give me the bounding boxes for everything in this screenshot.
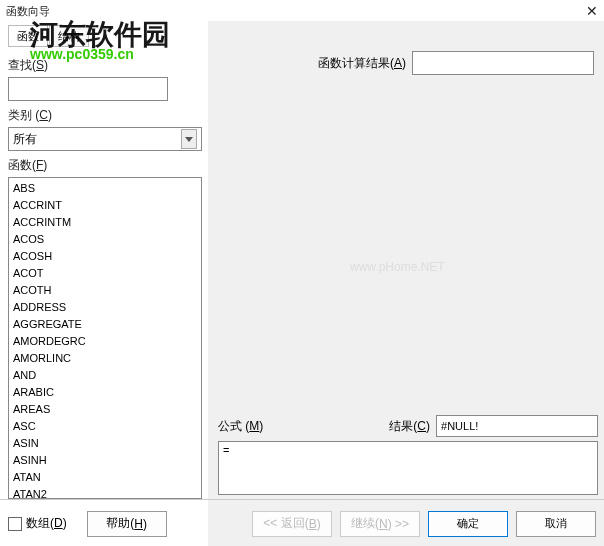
main-panel: 函数 结构 查找(S) 类别 (C) 所有 函数(F) ABSACCRINTAC…: [0, 21, 604, 499]
result-label: 结果(C): [389, 418, 430, 435]
list-item[interactable]: AMORLINC: [9, 350, 201, 367]
result-input[interactable]: [436, 415, 598, 437]
list-item[interactable]: AMORDEGRC: [9, 333, 201, 350]
ok-button[interactable]: 确定: [428, 511, 508, 537]
window-title: 函数向导: [6, 4, 50, 19]
footer: 数组(D) 帮助(H) << 返回(B) 继续(N) >> 确定 取消: [0, 499, 604, 546]
list-item[interactable]: ASIN: [9, 435, 201, 452]
tab-functions[interactable]: 函数: [8, 25, 48, 47]
tabbar: 函数 结构: [8, 25, 202, 47]
array-checkbox[interactable]: [8, 517, 22, 531]
footer-right: << 返回(B) 继续(N) >> 确定 取消: [208, 500, 604, 546]
right-panel: 函数计算结果(A) 公式 (M) 结果(C): [208, 21, 604, 499]
list-item[interactable]: ACCRINT: [9, 197, 201, 214]
list-item[interactable]: ACOS: [9, 231, 201, 248]
array-checkbox-wrap[interactable]: 数组(D): [8, 515, 67, 532]
calc-result-label: 函数计算结果(A): [318, 55, 406, 72]
list-item[interactable]: ABS: [9, 180, 201, 197]
list-item[interactable]: AREAS: [9, 401, 201, 418]
list-item[interactable]: ASC: [9, 418, 201, 435]
formula-label: 公式 (M): [218, 418, 263, 435]
array-label: 数组(D): [26, 515, 67, 532]
list-item[interactable]: ACOSH: [9, 248, 201, 265]
next-button: 继续(N) >>: [340, 511, 420, 537]
function-label: 函数(F): [8, 157, 202, 174]
list-item[interactable]: ASINH: [9, 452, 201, 469]
list-item[interactable]: AND: [9, 367, 201, 384]
help-button[interactable]: 帮助(H): [87, 511, 167, 537]
calc-result-input[interactable]: [412, 51, 594, 75]
search-input[interactable]: [8, 77, 168, 101]
list-item[interactable]: ACOTH: [9, 282, 201, 299]
function-list[interactable]: ABSACCRINTACCRINTMACOSACOSHACOTACOTHADDR…: [8, 177, 202, 499]
close-icon[interactable]: ✕: [586, 3, 598, 19]
titlebar: 函数向导 ✕: [0, 0, 604, 21]
category-value: 所有: [13, 131, 37, 148]
footer-left: 数组(D) 帮助(H): [0, 500, 208, 546]
spacer: [218, 75, 598, 415]
search-label: 查找(S): [8, 57, 202, 74]
list-item[interactable]: ATAN: [9, 469, 201, 486]
category-select[interactable]: 所有: [8, 127, 202, 151]
list-item[interactable]: ATAN2: [9, 486, 201, 499]
formula-header-row: 公式 (M) 结果(C): [218, 415, 598, 437]
left-panel: 函数 结构 查找(S) 类别 (C) 所有 函数(F) ABSACCRINTAC…: [0, 21, 208, 499]
list-item[interactable]: AGGREGATE: [9, 316, 201, 333]
cancel-button[interactable]: 取消: [516, 511, 596, 537]
chevron-down-icon[interactable]: [181, 129, 197, 149]
formula-textarea[interactable]: [218, 441, 598, 495]
category-label: 类别 (C): [8, 107, 202, 124]
list-item[interactable]: ADDRESS: [9, 299, 201, 316]
list-item[interactable]: ACOT: [9, 265, 201, 282]
list-item[interactable]: ARABIC: [9, 384, 201, 401]
back-button: << 返回(B): [252, 511, 332, 537]
list-item[interactable]: ACCRINTM: [9, 214, 201, 231]
calc-result-row: 函数计算结果(A): [318, 51, 598, 75]
tab-structure[interactable]: 结构: [49, 25, 89, 47]
